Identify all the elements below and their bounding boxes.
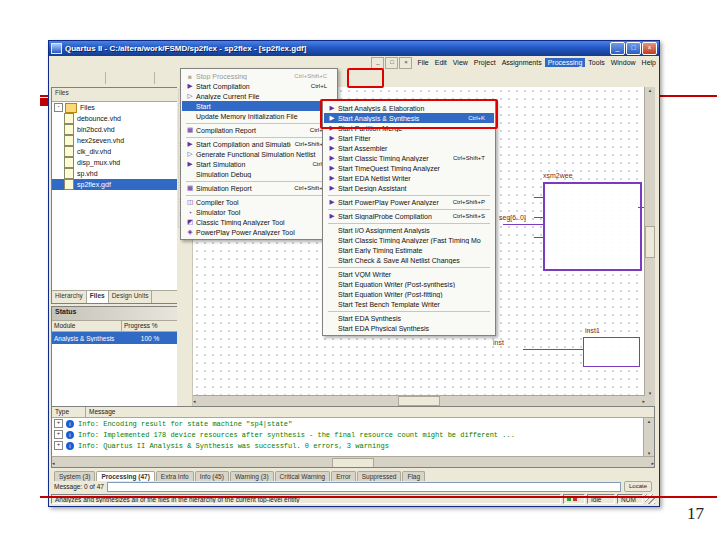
mdi-close-button[interactable]: × (399, 57, 412, 69)
file-item[interactable]: sp2flex.gdf (52, 179, 178, 190)
location-field[interactable] (107, 482, 621, 492)
menu-item[interactable]: Start VQM Writer (324, 269, 494, 279)
messages-horizontal-scrollbar[interactable]: ◂ ▸ (52, 456, 654, 468)
paste-icon[interactable] (139, 71, 152, 85)
messages-tab[interactable]: Critical Warning (275, 471, 331, 481)
messages-tab[interactable]: System (3) (54, 471, 95, 481)
menu-item[interactable]: ▷ Generate Functional Simulation Netlist (182, 149, 336, 159)
title-bar[interactable]: Quartus II - C:/altera/work/FSMD/sp2flex… (49, 41, 659, 56)
menu-item[interactable]: Start EDA Synthesis (324, 313, 494, 323)
close-button[interactable]: × (642, 42, 657, 55)
file-item[interactable]: sp.vhd (52, 168, 178, 179)
menu-item[interactable]: Start Classic Timing Analyzer (Fast Timi… (324, 235, 494, 245)
menu-bar-item[interactable]: Help (639, 58, 659, 67)
menu-item[interactable]: ◩ Classic Timing Analyzer Tool (182, 217, 336, 227)
locate-button[interactable]: Locate (624, 481, 652, 492)
menu-item[interactable]: ▶ Start EDA Netlist Writer (324, 173, 494, 183)
messages-tab[interactable]: Extra Info (156, 471, 194, 481)
compilation-report-icon[interactable] (384, 71, 397, 85)
message-column-header[interactable]: Message (86, 407, 654, 418)
scroll-left-icon[interactable]: ◂ (52, 460, 55, 466)
project-navigator-tab[interactable]: Hierarchy (52, 291, 87, 303)
menu-item[interactable]: Start Test Bench Template Writer (324, 299, 494, 309)
programmer-icon[interactable] (449, 71, 462, 85)
messages-vertical-scrollbar[interactable]: ▴ ▾ (643, 418, 654, 456)
menu-item[interactable]: ▷ Analyze Current File (182, 91, 336, 101)
menu-item[interactable]: ◈ PowerPlay Power Analyzer Tool (182, 227, 336, 237)
menu-item[interactable]: ▶ Start PowerPlay Power Analyzer Ctrl+Sh… (324, 197, 494, 207)
timing-analyzer-icon[interactable] (397, 71, 410, 85)
menu-bar-item[interactable]: Processing (545, 58, 586, 67)
message-expander-icon[interactable]: + (54, 419, 63, 428)
file-item[interactable]: - Files (52, 102, 178, 113)
message-row[interactable]: + i Info: Encoding result for state mach… (52, 418, 654, 429)
menu-bar-item[interactable]: Tools (585, 58, 607, 67)
schematic-block[interactable] (543, 182, 642, 271)
schematic-block-small[interactable] (583, 337, 640, 367)
scroll-right-icon[interactable]: ▸ (651, 460, 654, 466)
scroll-left-icon[interactable]: ◂ (193, 398, 196, 404)
status-row[interactable]: Analysis & Synthesis 100 % (52, 332, 178, 344)
maximize-button[interactable]: □ (626, 42, 641, 55)
scroll-down-icon[interactable]: ▾ (644, 450, 654, 456)
menu-item[interactable]: ▶ Start Simulation Ctrl+I (182, 159, 336, 169)
menu-item[interactable]: ◔ Simulator Tool (182, 207, 336, 217)
file-item[interactable]: disp_mux.vhd (52, 157, 178, 168)
menu-bar-item[interactable]: Edit (432, 58, 450, 67)
scrollbar-thumb[interactable] (332, 458, 374, 468)
messages-tab[interactable]: Flag (402, 471, 425, 481)
menu-item[interactable]: Start EDA Physical Synthesis (324, 323, 494, 333)
menu-item[interactable]: ▶ Start TimeQuest Timing Analyzer (324, 163, 494, 173)
messages-tab[interactable]: Info (45) (195, 471, 229, 481)
message-row[interactable]: + i Info: Implemented 178 device resourc… (52, 429, 654, 440)
copy-icon[interactable] (126, 71, 139, 85)
file-item[interactable]: clk_div.vhd (52, 146, 178, 157)
expander-icon[interactable]: - (54, 103, 63, 112)
file-item[interactable]: hex2seven.vhd (52, 135, 178, 146)
start-simulation-icon[interactable] (436, 71, 449, 85)
cut-icon[interactable] (113, 71, 126, 85)
schematic-vertical-scrollbar[interactable]: ▴ ▾ (644, 87, 655, 396)
menu-item[interactable]: ▶ Start Design Assistant (324, 183, 494, 193)
menu-item[interactable]: Update Memory Initialization File (182, 111, 336, 121)
menu-item[interactable]: ▦ Compilation Report Ctrl+R (182, 125, 336, 135)
schematic-horizontal-scrollbar[interactable]: ◂ ▸ (193, 395, 645, 406)
project-navigator-tab[interactable]: Design Units (109, 291, 153, 303)
menu-item[interactable]: ▦ Simulation Report Ctrl+Shift+R (182, 183, 336, 193)
menu-bar-item[interactable]: Project (471, 58, 499, 67)
undo-icon[interactable] (162, 71, 175, 85)
mdi-restore-button[interactable]: □ (385, 57, 398, 69)
menu-item[interactable]: Start Early Timing Estimate (324, 245, 494, 255)
messages-tab[interactable]: Suppressed (357, 471, 402, 481)
menu-item[interactable]: ▶ Start Classic Timing Analyzer Ctrl+Shi… (324, 153, 494, 163)
scrollbar-thumb[interactable] (645, 226, 655, 258)
menu-bar-item[interactable]: Assignments (499, 58, 545, 67)
file-item[interactable]: bin2bcd.vhd (52, 124, 178, 135)
project-navigator-tab[interactable]: Files (87, 291, 109, 303)
assignment-editor-icon[interactable] (410, 71, 423, 85)
menu-bar-item[interactable]: File (414, 58, 431, 67)
settings-icon[interactable] (423, 71, 436, 85)
menu-item[interactable]: ▶ Start Compilation Ctrl+L (182, 81, 336, 91)
chip-planner-icon[interactable] (462, 71, 475, 85)
scrollbar-thumb[interactable] (398, 396, 440, 406)
mdi-minimize-button[interactable]: _ (371, 57, 384, 69)
menu-item[interactable]: Start I/O Assignment Analysis (324, 225, 494, 235)
menu-item[interactable]: Start Check & Save All Netlist Changes (324, 255, 494, 265)
message-expander-icon[interactable]: + (54, 430, 63, 439)
open-file-icon[interactable] (64, 71, 77, 85)
menu-item[interactable]: Start Equation Writer (Post-synthesis) (324, 279, 494, 289)
messages-tab[interactable]: Processing (47) (96, 471, 154, 481)
new-file-icon[interactable] (51, 71, 64, 85)
file-item[interactable]: debounce.vhd (52, 113, 178, 124)
messages-tab[interactable]: Error (331, 471, 355, 481)
type-column-header[interactable]: Type (52, 407, 86, 418)
menu-item[interactable]: ▶ Start Compilation and Simulation Ctrl+… (182, 139, 336, 149)
print-icon[interactable] (90, 71, 103, 85)
menu-item[interactable]: ▶ Start Assembler (324, 143, 494, 153)
message-expander-icon[interactable]: + (54, 441, 63, 450)
menu-item[interactable]: ◫ Compiler Tool (182, 197, 336, 207)
minimize-button[interactable]: _ (610, 42, 625, 55)
menu-bar-item[interactable]: Window (608, 58, 639, 67)
menu-bar-item[interactable]: View (450, 58, 471, 67)
